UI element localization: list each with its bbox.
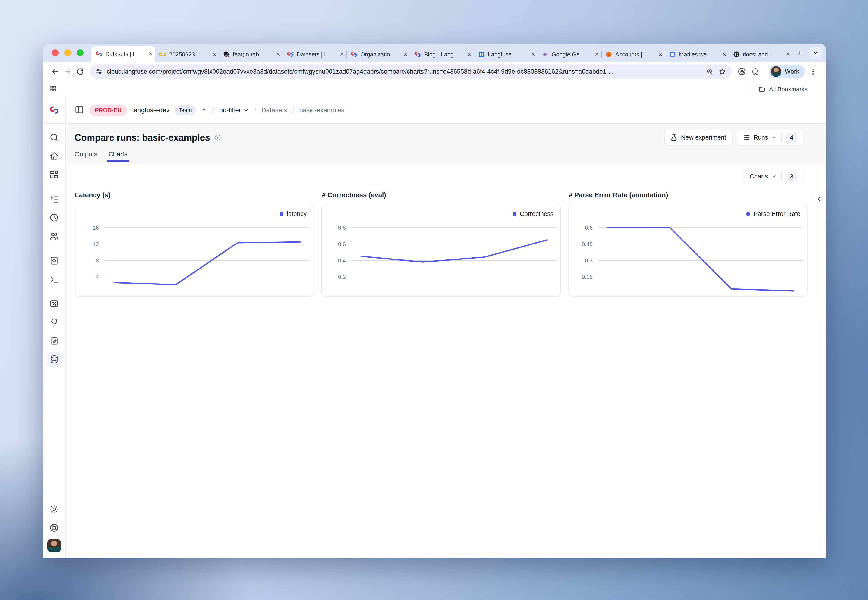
sidebar-item-users[interactable] <box>47 229 62 244</box>
sidebar-item-support[interactable] <box>47 520 62 535</box>
charts-dropdown-button[interactable]: Charts 3 <box>744 168 803 184</box>
tab-title: feat(io-tab <box>233 51 275 58</box>
browser-tab[interactable]: 6Langfuse -× <box>474 47 538 62</box>
runs-dropdown-button[interactable]: Runs 4 <box>737 130 804 145</box>
all-bookmarks-button[interactable]: All Bookmarks <box>759 86 807 93</box>
close-tab-icon[interactable]: × <box>467 51 471 58</box>
langfuse-logo[interactable] <box>43 105 65 115</box>
new-tab-button[interactable]: + <box>793 46 807 60</box>
browser-tab[interactable]: Blog - Lang× <box>410 47 474 62</box>
sidebar-toggle-icon[interactable] <box>74 105 84 115</box>
password-manager-icon[interactable] <box>737 67 746 76</box>
close-tab-icon[interactable]: × <box>722 51 726 58</box>
sidebar-item-insights[interactable] <box>47 315 62 330</box>
tab-title: Marlies we <box>679 51 721 58</box>
close-window-button[interactable] <box>52 49 59 56</box>
browser-tab[interactable]: 20250923× <box>155 47 219 62</box>
sidebar-item-home[interactable] <box>47 148 62 164</box>
svg-text:6: 6 <box>481 53 482 56</box>
svg-text:0.8: 0.8 <box>338 224 346 231</box>
charts-count-badge: 3 <box>786 172 797 181</box>
org-switcher-chevron-icon[interactable] <box>201 107 207 114</box>
browser-tab[interactable]: docs: add× <box>729 47 793 62</box>
user-avatar[interactable] <box>47 539 61 552</box>
svg-text:x: x <box>228 55 229 58</box>
sidebar-item-sessions[interactable] <box>47 210 62 225</box>
browser-tab[interactable]: Google Ge× <box>538 47 601 62</box>
browser-tab[interactable]: Datasets | L× <box>91 46 155 62</box>
line-chart-plot: 161284 <box>75 205 314 296</box>
chart-title: # Parse Error Rate (annotation) <box>569 191 807 199</box>
forward-button[interactable] <box>61 65 74 78</box>
new-experiment-label: New experiment <box>681 134 726 141</box>
browser-menu-kebab-icon[interactable] <box>809 67 817 76</box>
bookmark-star-icon[interactable] <box>719 68 726 75</box>
bluelist-favicon <box>669 51 676 58</box>
org-type-badge: Team <box>175 105 196 115</box>
breadcrumb-dataset-name[interactable]: basic-examples <box>299 106 344 114</box>
browser-tab[interactable]: Marlies we× <box>665 47 729 62</box>
close-tab-icon[interactable]: × <box>595 51 599 58</box>
close-tab-icon[interactable]: × <box>149 50 152 58</box>
minimize-window-button[interactable] <box>64 49 71 56</box>
org-name[interactable]: langfuse-dev <box>132 106 169 114</box>
line-chart-plot: 0.80.60.40.2 <box>322 205 560 296</box>
close-tab-icon[interactable]: × <box>659 51 662 58</box>
browser-tab[interactable]: Accounts |× <box>601 47 665 62</box>
svg-text:4: 4 <box>96 274 99 280</box>
back-button[interactable] <box>49 65 61 78</box>
project-name[interactable]: no-filter <box>219 106 249 114</box>
info-icon[interactable] <box>214 134 221 141</box>
reload-button[interactable] <box>74 65 86 78</box>
sidebar-item-tracing[interactable] <box>47 192 62 206</box>
tab-title: Langfuse - <box>488 51 530 58</box>
sidebar-item-settings[interactable] <box>47 502 62 517</box>
svg-text:0.45: 0.45 <box>582 241 593 247</box>
project-switcher-chevron-icon[interactable] <box>243 107 249 113</box>
close-tab-icon[interactable]: × <box>404 51 407 58</box>
reload-icon <box>76 67 84 76</box>
close-tab-icon[interactable]: × <box>786 51 790 58</box>
github-favicon <box>733 51 740 58</box>
tab-charts[interactable]: Charts <box>108 150 127 162</box>
sidebar-item-datasets[interactable] <box>47 352 62 367</box>
browser-tab[interactable]: Organizatio× <box>346 47 410 62</box>
close-tab-icon[interactable]: × <box>531 51 535 58</box>
tab-search-button[interactable] <box>809 47 822 59</box>
page-title: Compare runs: basic-examples <box>74 132 210 143</box>
tab-list: Datasets | L×20250923×xfeat(io-tab×Datas… <box>91 44 793 62</box>
sidebar-item-evaluators[interactable] <box>47 296 62 311</box>
close-tab-icon[interactable]: × <box>212 51 216 58</box>
app-header: PROD-EU langfuse-dev Team / no-filter / … <box>43 97 826 124</box>
playground-icon <box>49 274 59 284</box>
tab-outputs[interactable]: Outputs <box>74 150 97 162</box>
close-tab-icon[interactable]: × <box>276 51 280 58</box>
tab-title: Datasets | L <box>297 51 338 58</box>
breadcrumb-datasets-link[interactable]: Datasets <box>261 106 287 114</box>
zoom-window-button[interactable] <box>77 49 83 56</box>
address-bar[interactable]: cloud.langfuse.com/project/cmfwgv8fx002o… <box>90 64 731 79</box>
url-text[interactable]: cloud.langfuse.com/project/cmfwgv8fx002o… <box>107 68 701 75</box>
extensions-puzzle-icon[interactable] <box>751 67 760 76</box>
sidebar-item-playground[interactable] <box>47 272 62 286</box>
insights-icon <box>49 317 59 327</box>
close-tab-icon[interactable]: × <box>340 51 344 58</box>
svg-text:16: 16 <box>93 224 99 231</box>
zoom-page-icon[interactable] <box>706 68 713 75</box>
tab-title: Accounts | <box>615 51 657 58</box>
sidebar-item-search[interactable] <box>47 130 62 145</box>
browser-tab[interactable]: xfeat(io-tab× <box>219 47 283 62</box>
apps-grid-icon[interactable] <box>50 85 57 93</box>
profile-chip[interactable]: Work <box>769 65 805 78</box>
sidebar-item-dashboards[interactable] <box>47 167 62 182</box>
sidebar-item-prompts[interactable] <box>47 253 62 268</box>
site-settings-icon[interactable] <box>95 68 103 75</box>
new-experiment-button[interactable]: New experiment <box>664 130 732 145</box>
sidebar-item-annotation[interactable] <box>47 333 62 348</box>
collapse-panel-button[interactable] <box>815 195 823 558</box>
aws-favicon <box>605 51 613 58</box>
langfuse-favicon <box>414 51 421 58</box>
flask-icon <box>670 134 678 141</box>
toolbar-divider <box>765 67 765 76</box>
browser-tab[interactable]: Datasets | L× <box>283 47 346 62</box>
